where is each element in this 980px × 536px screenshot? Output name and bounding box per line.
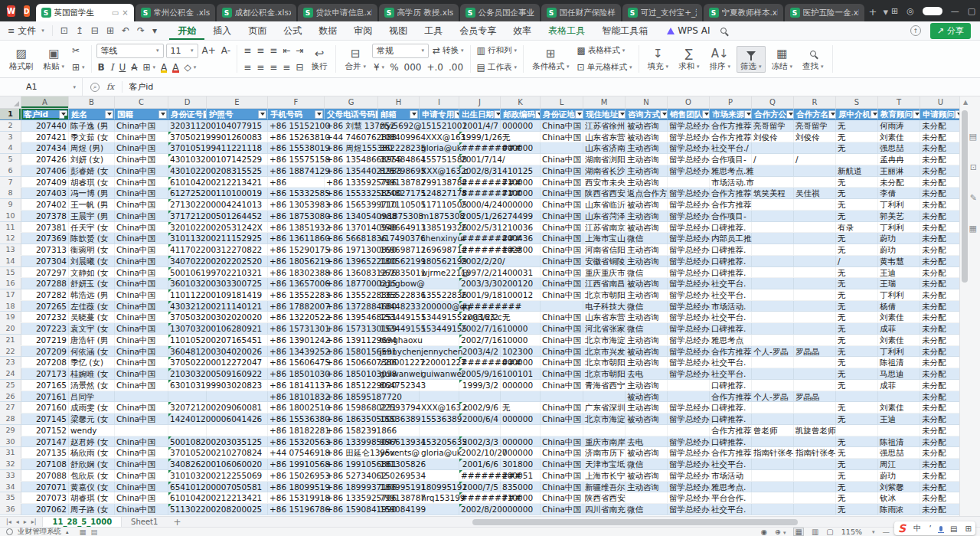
cell[interactable] bbox=[420, 470, 459, 481]
cell[interactable] bbox=[207, 188, 268, 198]
cell[interactable]: 胡睿琪 (女 bbox=[69, 177, 115, 188]
cell[interactable] bbox=[794, 267, 836, 278]
cell[interactable] bbox=[207, 222, 268, 233]
cell[interactable]: 180562199 bbox=[378, 256, 420, 266]
cell[interactable]: China中国 bbox=[115, 459, 168, 469]
rail-icon[interactable]: ▤ bbox=[969, 132, 977, 142]
cell[interactable]: 2003/4/2 bbox=[459, 346, 501, 357]
cell[interactable]: 962835011 bbox=[378, 267, 420, 278]
menu-tab-数据[interactable]: 数据 bbox=[310, 21, 345, 40]
cell[interactable]: gloria@uk bbox=[420, 142, 459, 153]
cell[interactable]: 留学总经办 bbox=[668, 132, 710, 142]
cell[interactable]: 207381 bbox=[21, 222, 69, 233]
cell[interactable]: 310113200211152925 bbox=[168, 233, 207, 243]
cell[interactable]: 18448233 bbox=[378, 301, 420, 312]
cell[interactable]: 未分配 bbox=[920, 436, 959, 447]
cell[interactable]: 未分配 bbox=[920, 188, 959, 198]
cell[interactable]: +86 周煜155380 bbox=[325, 142, 378, 153]
cell[interactable]: China中国 bbox=[115, 323, 168, 334]
cell[interactable]: +86 18101832 bbox=[268, 391, 325, 402]
column-filter-button[interactable] bbox=[454, 110, 459, 119]
column-header-T[interactable]: T bbox=[878, 96, 920, 108]
cell[interactable] bbox=[752, 222, 794, 233]
cell[interactable]: 124827175 bbox=[420, 188, 459, 198]
cell[interactable]: 10000 bbox=[501, 323, 541, 334]
cell[interactable] bbox=[168, 391, 207, 402]
cell[interactable]: 口碑推荐. bbox=[710, 380, 752, 391]
cell[interactable]: 200436 bbox=[501, 233, 541, 243]
cell[interactable]: 刘素佳 bbox=[878, 132, 920, 142]
cell[interactable]: +86 1372884680 bbox=[325, 301, 378, 312]
cell[interactable]: ######### bbox=[459, 357, 501, 368]
number-format-select[interactable]: 常规▾ bbox=[372, 44, 429, 58]
row-header-1[interactable]: 1 bbox=[0, 109, 21, 119]
sheet-nav-arrow[interactable]: ▸ bbox=[24, 518, 27, 525]
keyboard-icon[interactable]: ▤ bbox=[950, 525, 957, 533]
cell[interactable]: 未分配 bbox=[920, 278, 959, 289]
cell[interactable]: China中国 bbox=[541, 233, 583, 243]
menu-tab-插入[interactable]: 插入 bbox=[204, 21, 240, 40]
ribbon-button-underline[interactable]: U bbox=[118, 62, 128, 73]
cell[interactable]: China中国 bbox=[115, 447, 168, 458]
cell[interactable]: 杨欣雨 (女 bbox=[69, 447, 115, 458]
cell[interactable]: 主动咨询 bbox=[626, 289, 668, 300]
cell[interactable]: 799138787 bbox=[378, 492, 420, 503]
cell[interactable] bbox=[668, 177, 710, 188]
cell[interactable]: 无 bbox=[836, 233, 878, 243]
cell[interactable]: 山东省临沂 bbox=[583, 199, 626, 210]
column-filter-button[interactable] bbox=[871, 110, 878, 119]
cell[interactable]: 微信 bbox=[626, 233, 668, 243]
cell[interactable]: 无 bbox=[836, 380, 878, 391]
cell[interactable] bbox=[752, 380, 794, 391]
cell[interactable] bbox=[752, 459, 794, 469]
cell[interactable]: 社交平台. bbox=[710, 504, 752, 515]
cell[interactable]: China中国 bbox=[115, 504, 168, 515]
cell[interactable]: China中国 bbox=[541, 447, 583, 458]
cell[interactable]: 360103200303300725 bbox=[168, 278, 207, 289]
cell[interactable]: 市场活动. bbox=[710, 301, 752, 312]
column-header-Q[interactable]: Q bbox=[752, 96, 794, 108]
cell[interactable]: 无 bbox=[836, 335, 878, 345]
cell[interactable]: China中国 bbox=[541, 335, 583, 345]
cell[interactable]: 周煜 (男) bbox=[69, 142, 115, 153]
cell[interactable]: +86 18056219 bbox=[268, 256, 325, 266]
cell[interactable]: 蔚玏 bbox=[878, 244, 920, 255]
select-all-corner[interactable] bbox=[0, 96, 21, 108]
cell[interactable] bbox=[207, 492, 268, 503]
cell[interactable]: jennychen bbox=[420, 346, 459, 357]
row-header[interactable]: 15 bbox=[0, 267, 21, 278]
cell[interactable]: 180995191 bbox=[378, 482, 420, 492]
cell[interactable]: 207304 bbox=[21, 256, 69, 266]
cell[interactable] bbox=[207, 447, 268, 458]
cell[interactable]: 207145 bbox=[21, 413, 69, 424]
cell[interactable] bbox=[752, 301, 794, 312]
cell[interactable]: 207265 bbox=[21, 301, 69, 312]
cell[interactable]: 150269534 bbox=[378, 470, 420, 481]
cell[interactable] bbox=[207, 368, 268, 379]
cell[interactable]: 400031 bbox=[501, 267, 541, 278]
cell[interactable]: 207223 bbox=[21, 323, 69, 334]
column-header-C[interactable]: C bbox=[115, 96, 168, 108]
cell[interactable]: 成菲 bbox=[878, 323, 920, 334]
cell[interactable]: 留学总经办 bbox=[668, 312, 710, 322]
cell[interactable]: 舒妍玉 (女 bbox=[69, 278, 115, 289]
cell[interactable]: 口碑推荐. bbox=[710, 222, 752, 233]
cell[interactable]: 无 bbox=[836, 357, 878, 368]
cell[interactable]: 筑笑美程 bbox=[752, 188, 794, 198]
cell[interactable] bbox=[420, 391, 459, 402]
cell[interactable] bbox=[207, 482, 268, 492]
cell[interactable]: +86 1395468251 bbox=[325, 312, 378, 322]
cell[interactable]: China中国 bbox=[115, 132, 168, 142]
ribbon-button-strikethrough[interactable]: A bbox=[129, 62, 139, 73]
cell[interactable]: 陈雨浓 bbox=[878, 504, 920, 515]
cell[interactable]: 2001/9/18 bbox=[459, 289, 501, 300]
menu-tab-审阅[interactable]: 审阅 bbox=[345, 21, 381, 40]
new-document-tab-button[interactable]: + bbox=[869, 6, 877, 18]
zoom-out-button[interactable]: — bbox=[883, 528, 890, 536]
table-header-cell-I[interactable]: 申请专用 bbox=[420, 109, 459, 119]
cell[interactable]: 320721200209060081 bbox=[168, 402, 207, 413]
cell[interactable]: 留学总经办 bbox=[668, 504, 710, 515]
cell[interactable]: China中国 bbox=[541, 177, 583, 188]
cell[interactable]: 内部员工推 bbox=[710, 233, 752, 243]
cell[interactable]: 主动咨询 bbox=[626, 177, 668, 188]
